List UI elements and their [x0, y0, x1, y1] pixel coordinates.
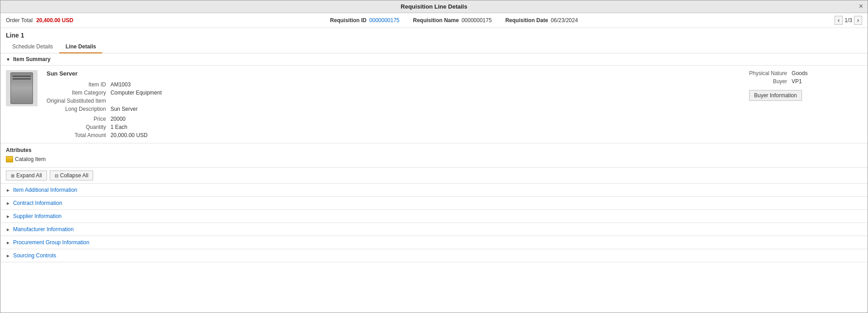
item-summary-header[interactable]: ▼ Item Summary: [0, 53, 868, 66]
right-panel: Physical Nature Goods Buyer VP1 Buyer In…: [749, 70, 862, 138]
pagination: ‹ 1/3 ›: [835, 16, 862, 25]
section-sourcing-controls[interactable]: ► Sourcing Controls: [0, 249, 868, 262]
item-id-value: AM1003: [110, 81, 273, 88]
req-name-label: Requisition Name: [413, 17, 459, 24]
chevron-supplier-icon: ►: [6, 214, 10, 219]
line-header: Line 1: [0, 28, 868, 41]
modal-title: Requisition Line Details: [401, 3, 467, 10]
item-category-value: Computer Equipment: [110, 90, 273, 96]
chevron-procurement-icon: ►: [6, 240, 10, 245]
req-id-value[interactable]: 0000000175: [369, 17, 400, 24]
collapse-all-icon: ⊟: [55, 173, 58, 178]
requisition-info: Requisition ID 0000000175 Requisition Na…: [330, 17, 578, 24]
catalog-icon: [6, 156, 13, 162]
section-procurement-label: Procurement Group Information: [13, 239, 90, 246]
item-category-label: Item Category: [47, 90, 106, 96]
req-date-value: 06/23/2024: [551, 17, 578, 24]
expand-all-label: Expand All: [16, 172, 42, 179]
line-header-label: Line 1: [6, 32, 24, 39]
attributes-title: Attributes: [6, 147, 862, 153]
collapse-all-button[interactable]: ⊟ Collapse All: [50, 171, 94, 180]
req-id-field: Requisition ID 0000000175: [330, 17, 399, 24]
item-details: Sun Server Item ID AM1003 Item Category …: [47, 70, 740, 138]
chevron-sourcing-icon: ►: [6, 253, 10, 258]
item-image: [6, 70, 38, 106]
quantity-value: 1 Each: [110, 124, 273, 130]
tab-line-details[interactable]: Line Details: [59, 41, 102, 53]
page-info: 1/3: [844, 17, 852, 24]
item-id-label: Item ID: [47, 81, 106, 88]
original-substituted-label: Original Substituted Item: [47, 98, 106, 104]
buyer-value: VP1: [792, 78, 862, 85]
section-item-additional-label: Item Additional Information: [13, 187, 77, 193]
expand-all-icon: ⊞: [11, 173, 14, 178]
section-sourcing-label: Sourcing Controls: [13, 252, 56, 259]
server-image: [10, 72, 33, 104]
expand-all-button[interactable]: ⊞ Expand All: [6, 171, 47, 180]
tab-schedule-details[interactable]: Schedule Details: [6, 41, 59, 53]
section-supplier-information[interactable]: ► Supplier Information: [0, 210, 868, 223]
toolbar: ⊞ Expand All ⊟ Collapse All: [0, 168, 868, 184]
buyer-label: Buyer: [749, 78, 787, 85]
long-description-label: Long Description: [47, 106, 106, 112]
section-procurement-group-information[interactable]: ► Procurement Group Information: [0, 236, 868, 249]
chevron-item-additional-icon: ►: [6, 188, 10, 193]
quantity-label: Quantity: [47, 124, 106, 130]
modal-header: Requisition Line Details ×: [0, 0, 868, 13]
chevron-contract-icon: ►: [6, 201, 10, 206]
price-label: Price: [47, 116, 106, 122]
req-date-label: Requisition Date: [505, 17, 548, 24]
attributes-section: Attributes Catalog Item: [0, 143, 868, 168]
long-description-value: Sun Server: [110, 106, 273, 112]
item-fields-grid: Item ID AM1003 Item Category Computer Eq…: [47, 81, 273, 138]
section-item-additional-info[interactable]: ► Item Additional Information: [0, 184, 868, 197]
req-date-field: Requisition Date 06/23/2024: [505, 17, 578, 24]
section-contract-label: Contract Information: [13, 200, 62, 206]
req-id-label: Requisition ID: [330, 17, 367, 24]
original-substituted-value: [110, 98, 273, 104]
req-name-value: 0000000175: [462, 17, 492, 24]
req-name-field: Requisition Name 0000000175: [413, 17, 492, 24]
section-manufacturer-information[interactable]: ► Manufacturer Information: [0, 223, 868, 236]
collapsible-sections: ► Item Additional Information ► Contract…: [0, 184, 868, 262]
catalog-item-label: Catalog Item: [15, 156, 46, 162]
total-amount-label: Total Amount: [47, 132, 106, 138]
order-total-value: 20,400.00 USD: [36, 17, 73, 24]
physical-nature-label: Physical Nature: [749, 70, 787, 76]
section-contract-information[interactable]: ► Contract Information: [0, 197, 868, 210]
section-manufacturer-label: Manufacturer Information: [13, 226, 74, 232]
section-supplier-label: Supplier Information: [13, 213, 61, 219]
order-total-label: Order Total: [6, 17, 33, 24]
modal-container: Requisition Line Details × Order Total 2…: [0, 0, 868, 313]
price-value: 20000: [110, 116, 273, 122]
collapse-all-label: Collapse All: [60, 172, 89, 179]
chevron-manufacturer-icon: ►: [6, 227, 10, 232]
catalog-badge: Catalog Item: [6, 156, 46, 162]
physical-nature-value: Goods: [792, 70, 862, 76]
close-button[interactable]: ×: [859, 2, 863, 10]
buyer-information-button[interactable]: Buyer Information: [749, 90, 802, 101]
item-summary-label: Item Summary: [13, 56, 51, 62]
right-fields: Physical Nature Goods Buyer VP1: [749, 70, 862, 85]
total-amount-value: 20,000.00 USD: [110, 132, 273, 138]
modal-body: Order Total 20,400.00 USD Requisition ID…: [0, 13, 868, 313]
item-summary-body: Sun Server Item ID AM1003 Item Category …: [0, 66, 868, 143]
item-summary-chevron: ▼: [6, 57, 10, 62]
item-name: Sun Server: [47, 70, 740, 77]
prev-page-button[interactable]: ‹: [835, 16, 843, 25]
top-bar: Order Total 20,400.00 USD Requisition ID…: [0, 13, 868, 28]
tabs-bar: Schedule Details Line Details: [0, 41, 868, 53]
next-page-button[interactable]: ›: [854, 16, 862, 25]
